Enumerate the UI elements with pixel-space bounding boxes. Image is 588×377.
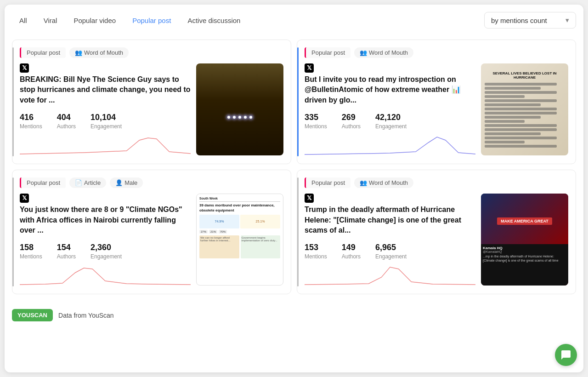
card-3-image: South Week 39 dams moribund over poor ma… — [196, 194, 283, 286]
article-tag-2: 21% — [209, 230, 217, 234]
card-2-header: Popular post 👥 Word of Mouth — [305, 47, 568, 58]
chart-1: 74.9% — [199, 215, 239, 228]
sort-label: by mentions count — [491, 17, 547, 24]
stat-mentions-2: 335 Mentions — [305, 113, 327, 130]
app-container: All Viral Popular video Popular post Act… — [5, 5, 583, 372]
article-bottom: We can no longer afford further hikes in… — [199, 235, 280, 258]
footer: YOUSCAN Data from YouScan — [12, 303, 576, 321]
cards-grid: Popular post 👥 Word of Mouth 𝕏 BREAKING:… — [12, 40, 576, 294]
stat-value-mentions-4: 153 — [305, 243, 318, 252]
article-icon-3: 📄 — [75, 179, 82, 186]
stat-label-mentions-1: Mentions — [20, 123, 42, 130]
stat-label-engagement-4: Engagement — [375, 253, 407, 260]
cave-light-3 — [238, 116, 241, 119]
stat-value-engagement-2: 42,120 — [375, 113, 401, 122]
stat-label-authors-4: Authors — [342, 253, 361, 260]
stat-label-authors-1: Authors — [57, 123, 76, 130]
chat-icon — [560, 349, 571, 360]
nl-11 — [485, 124, 557, 127]
nl-3 — [485, 91, 557, 94]
nl-14 — [485, 137, 557, 139]
card-4-title: Trump in the deadly aftermath of Hurrica… — [305, 205, 475, 235]
tweet-prefix-1: 𝕏 — [20, 63, 29, 73]
stat-label-mentions-3: Mentions — [20, 253, 42, 260]
tag-popular-post-3: Popular post — [20, 177, 66, 188]
footer-text: Data from YouScan — [58, 312, 114, 319]
nl-8 — [485, 112, 557, 114]
x-platform-icon-1: 𝕏 — [20, 63, 29, 73]
stat-value-engagement-4: 6,965 — [375, 243, 396, 252]
chart-2: 25.1% — [240, 215, 280, 228]
stat-value-mentions-3: 158 — [20, 243, 34, 252]
nl-13 — [485, 132, 541, 135]
card-2-image: SEVERAL LIVES BELIEVED LOST IN HURRICANE — [481, 63, 568, 155]
trump-banner: MAKE AMERICA GREAT — [497, 217, 552, 225]
card-4-stats: 153 Mentions 149 Authors 6,965 Engagemen… — [305, 243, 475, 260]
tag-wom-1: 👥 Word of Mouth — [69, 47, 129, 58]
card-3-stats: 158 Mentions 154 Authors 2,360 Engagemen… — [20, 243, 191, 260]
stat-label-mentions-4: Mentions — [305, 253, 327, 260]
stat-engagement-4: 6,965 Engagement — [375, 243, 407, 260]
tab-bar: All Viral Popular video Popular post Act… — [12, 13, 248, 28]
trump-quote: ...mp in the deadly aftermath of Hurrica… — [483, 254, 566, 263]
article-tag-1: 27% — [199, 230, 208, 234]
card-4-text: 𝕏 Trump in the deadly aftermath of Hurri… — [305, 194, 475, 286]
sparkline-3 — [20, 263, 191, 286]
tweet-prefix-2: 𝕏 — [305, 63, 314, 73]
kamala-hq-label: Kamala HQ — [483, 246, 566, 250]
card-1-stats: 416 Mentions 404 Authors 10,104 Engageme… — [20, 113, 191, 130]
wom-icon-1: 👥 — [75, 49, 82, 56]
card-3-header: Popular post 📄 Article 👤 Male — [20, 177, 283, 188]
kamala-hq-handle: @KamalaHQ — [483, 250, 566, 253]
card-2-title: But I invite you to read my introspectio… — [305, 74, 475, 105]
cave-lights — [227, 116, 252, 119]
card-1-title: BREAKING: Bill Nye The Science Guy says … — [20, 74, 191, 105]
nl-15 — [485, 141, 525, 143]
stat-engagement-2: 42,120 Engagement — [375, 113, 407, 130]
tag-wom-4: 👥 Word of Mouth — [354, 177, 413, 188]
article-col-2: Government begins implementation of zero… — [241, 235, 281, 258]
tweet-prefix-3: 𝕏 — [20, 194, 29, 203]
card-4-image: MAKE AMERICA GREAT Kamala HQ @KamalaHQ .… — [481, 194, 568, 286]
cave-light-4 — [244, 116, 247, 119]
stat-value-engagement-1: 10,104 — [90, 113, 116, 122]
nl-1 — [485, 83, 557, 86]
card-1-text: 𝕏 BREAKING: Bill Nye The Science Guy say… — [20, 63, 191, 156]
sort-dropdown[interactable]: by mentions count ▾ — [484, 12, 576, 29]
tab-popular-video[interactable]: Popular video — [66, 13, 123, 28]
stat-label-engagement-3: Engagement — [90, 253, 122, 260]
stat-value-authors-1: 404 — [57, 113, 71, 122]
chat-bubble-button[interactable] — [555, 344, 577, 366]
sparkline-4 — [305, 263, 475, 286]
tag-popular-post-4: Popular post — [305, 177, 351, 188]
card-4-header: Popular post 👥 Word of Mouth — [305, 177, 568, 188]
card-3-text: 𝕏 You just know there are 8 or 9 "Climat… — [20, 194, 191, 286]
stat-mentions-4: 153 Mentions — [305, 243, 327, 260]
chevron-down-icon: ▾ — [565, 16, 569, 24]
card-2: Popular post 👥 Word of Mouth 𝕏 But I inv… — [297, 40, 576, 164]
card-4: Popular post 👥 Word of Mouth 𝕏 Trump in … — [297, 170, 576, 294]
tab-viral[interactable]: Viral — [36, 13, 65, 28]
male-icon-3: 👤 — [115, 179, 123, 186]
card-3-title: You just know there are 8 or 9 "Climate … — [20, 205, 191, 235]
tag-popular-post-2: Popular post — [305, 47, 351, 58]
card-4-content: 𝕏 Trump in the deadly aftermath of Hurri… — [305, 194, 568, 286]
nl-12 — [485, 128, 557, 131]
tag-wom-2: 👥 Word of Mouth — [354, 47, 413, 58]
card-3: Popular post 📄 Article 👤 Male 𝕏 You just… — [12, 170, 291, 294]
stat-value-authors-3: 154 — [57, 243, 71, 252]
article-header: South Week — [199, 197, 280, 202]
nl-7 — [485, 108, 557, 110]
tab-active-discussion[interactable]: Active discussion — [180, 13, 248, 28]
stat-engagement-3: 2,360 Engagement — [90, 243, 122, 260]
stat-label-engagement-2: Engagement — [375, 123, 407, 130]
card-2-content: 𝕏 But I invite you to read my introspect… — [305, 63, 568, 156]
stat-label-mentions-2: Mentions — [305, 123, 327, 130]
stat-mentions-1: 416 Mentions — [20, 113, 42, 130]
tab-all[interactable]: All — [12, 13, 34, 28]
youscan-badge: YOUSCAN — [12, 309, 53, 321]
card-accent-1 — [12, 47, 14, 156]
tag-popular-post-1: Popular post — [20, 47, 66, 58]
tab-popular-post[interactable]: Popular post — [125, 13, 178, 28]
trump-bottom: Kamala HQ @KamalaHQ ...mp in the deadly … — [481, 244, 568, 286]
